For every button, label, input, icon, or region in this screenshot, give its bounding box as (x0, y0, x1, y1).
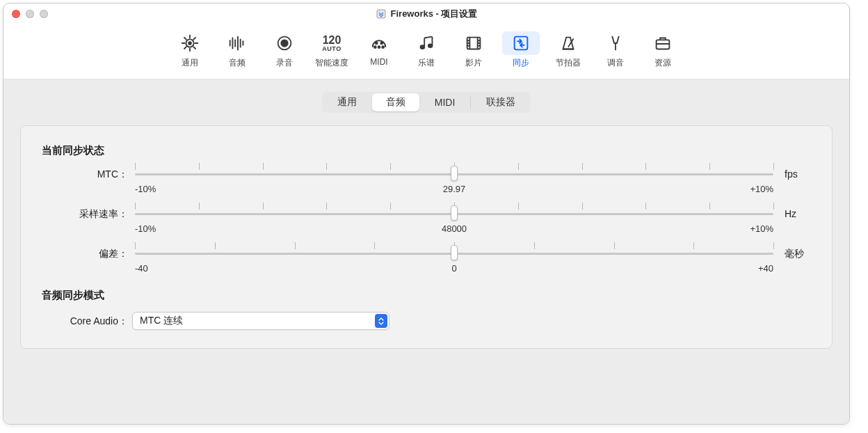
svg-point-21 (382, 46, 384, 48)
smart-tempo-icon: 120 AUTO (313, 31, 351, 55)
updown-arrows-icon (375, 314, 387, 328)
mtc-min: -10% (135, 184, 156, 194)
film-icon (455, 31, 492, 55)
gear-icon (171, 31, 209, 55)
waveform-icon (218, 31, 256, 55)
core-audio-label: Core Audio： (42, 314, 132, 328)
titlebar: Fireworks - 项目设置 (3, 3, 849, 24)
toolbar-item-score[interactable]: 乐谱 (408, 29, 445, 72)
svg-rect-0 (377, 10, 385, 18)
toolbar-label: 影片 (465, 57, 482, 69)
toolbar-item-general[interactable]: 通用 (171, 29, 209, 72)
mtc-max: +10% (750, 184, 773, 194)
audio-sync-mode-heading: 音频同步模式 (42, 289, 811, 302)
svg-line-7 (184, 38, 186, 40)
offset-label: 偏差： (42, 246, 132, 260)
traffic-lights (12, 10, 48, 18)
offset-row: 偏差： -40 0 +40 毫秒 (42, 246, 811, 274)
offset-unit: 毫秒 (776, 246, 811, 260)
mtc-row: MTC： -10% 29.97 +10% fp (42, 167, 811, 194)
app-document-icon (376, 8, 387, 19)
toolbar-item-metronome[interactable]: 节拍器 (549, 29, 587, 72)
settings-window: Fireworks - 项目设置 通用 音频 录音 120 AUTO (3, 3, 850, 425)
toolbar-item-sync[interactable]: 同步 (502, 29, 540, 72)
toolbar-label: 节拍器 (556, 57, 581, 69)
toolbar-item-smart-tempo[interactable]: 120 AUTO 智能速度 (313, 29, 351, 72)
mtc-label: MTC： (42, 167, 132, 181)
sample-rate-label: 采样速率： (42, 207, 132, 221)
svg-point-19 (374, 46, 376, 48)
mtc-value: 29.97 (443, 184, 466, 194)
sample-rate-row: 采样速率： -10% 48000 +10% H (42, 207, 811, 234)
tuning-fork-icon (597, 31, 634, 55)
toolbar-label: 录音 (276, 57, 293, 69)
sample-rate-value: 48000 (442, 223, 467, 234)
toolbar-label: 智能速度 (315, 57, 348, 69)
toolbar-label: MIDI (370, 57, 387, 67)
toolbar-item-tuning[interactable]: 调音 (597, 29, 634, 72)
sample-rate-slider[interactable] (135, 207, 773, 221)
core-audio-row: Core Audio： MTC 连续 (42, 312, 811, 330)
toolbar-item-assets[interactable]: 资源 (644, 29, 682, 72)
svg-point-23 (380, 42, 383, 45)
sample-rate-unit: Hz (776, 207, 811, 219)
offset-min: -40 (135, 263, 148, 274)
svg-point-22 (376, 42, 378, 45)
offset-slider[interactable] (135, 246, 773, 260)
sample-rate-slider-thumb[interactable] (451, 205, 458, 221)
seg-midi[interactable]: MIDI (421, 93, 469, 111)
music-notes-icon (408, 31, 445, 55)
sync-icon (502, 31, 540, 55)
mtc-slider[interactable] (135, 167, 773, 181)
svg-line-10 (184, 47, 186, 49)
toolbar-label: 通用 (182, 57, 198, 69)
svg-point-20 (378, 46, 380, 48)
toolbar-label: 资源 (654, 57, 671, 69)
segmented-control: 通用 音频 MIDI 联接器 (322, 92, 531, 113)
mtc-unit: fps (776, 167, 811, 180)
svg-rect-38 (515, 37, 528, 50)
sample-rate-min: -10% (135, 223, 156, 234)
toolbar-label: 乐谱 (418, 57, 435, 69)
settings-panel: 当前同步状态 MTC： -10% 29.97 +10% (20, 125, 833, 349)
offset-slider-thumb[interactable] (451, 245, 458, 260)
briefcase-icon (644, 31, 682, 55)
minimize-window-button[interactable] (26, 10, 34, 18)
offset-max: +40 (758, 263, 773, 274)
svg-line-9 (193, 38, 195, 40)
toolbar-label: 调音 (607, 57, 624, 69)
toolbar-item-midi[interactable]: MIDI (360, 29, 398, 72)
svg-point-18 (281, 40, 287, 46)
toolbar: 通用 音频 录音 120 AUTO 智能速度 MIDI (3, 24, 849, 79)
toolbar-item-recording[interactable]: 录音 (266, 29, 303, 72)
seg-general[interactable]: 通用 (323, 93, 371, 111)
content-area: 通用 音频 MIDI 联接器 当前同步状态 MTC： (3, 79, 849, 424)
svg-line-28 (424, 37, 432, 38)
toolbar-item-audio[interactable]: 音频 (218, 29, 256, 72)
svg-point-2 (188, 42, 191, 45)
close-window-button[interactable] (12, 10, 20, 18)
toolbar-item-movie[interactable]: 影片 (455, 29, 492, 72)
zoom-window-button[interactable] (40, 10, 48, 18)
record-icon (266, 31, 303, 55)
toolbar-label: 音频 (229, 57, 246, 69)
sync-status-heading: 当前同步状态 (42, 144, 811, 157)
toolbar-label: 同步 (513, 57, 529, 69)
metronome-icon (549, 31, 587, 55)
mtc-slider-thumb[interactable] (451, 166, 458, 181)
core-audio-value: MTC 连续 (140, 315, 183, 327)
seg-audio[interactable]: 音频 (372, 93, 419, 111)
sample-rate-max: +10% (750, 223, 773, 234)
window-title: Fireworks - 项目设置 (391, 8, 478, 20)
midi-icon (360, 31, 398, 55)
core-audio-popup[interactable]: MTC 连续 (132, 312, 389, 330)
offset-value: 0 (451, 263, 456, 274)
svg-line-8 (193, 47, 195, 49)
seg-unitor[interactable]: 联接器 (472, 93, 529, 111)
